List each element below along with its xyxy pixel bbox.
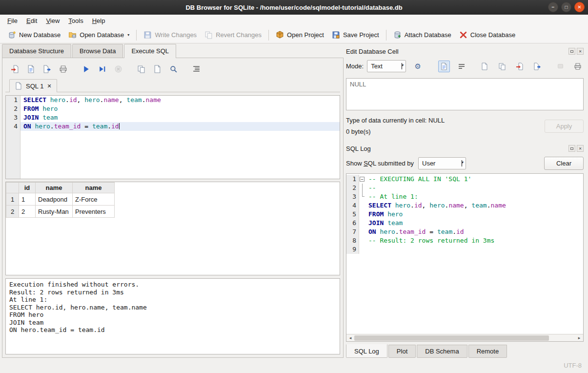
save-sql-file-as-button[interactable] [41, 62, 53, 75]
float-dock-icon[interactable] [568, 48, 575, 55]
new-database-button[interactable]: New Database [5, 29, 63, 41]
execute-current-line-button[interactable] [96, 62, 108, 75]
sql-log-view[interactable]: 1 − -- EXECUTING ALL IN 'SQL 1' 2 -- 3 -… [346, 173, 584, 342]
scroll-right-icon[interactable]: ▸ [575, 334, 583, 341]
word-wrap-button[interactable] [456, 61, 467, 72]
code-text[interactable]: JOIN team [20, 113, 340, 122]
execute-all-button[interactable] [80, 62, 92, 75]
code-text[interactable]: ON hero.team_id = team.id [20, 122, 340, 131]
encoding-indicator[interactable]: UTF-8 [564, 362, 582, 369]
main-tabbar: Database Structure Browse Data Execute S… [2, 43, 344, 58]
attach-database-button[interactable]: Attach Database [390, 29, 454, 41]
save-sql-file-icon [27, 65, 35, 73]
revert-changes-icon [204, 31, 213, 39]
maximize-button[interactable]: □ [561, 2, 571, 12]
attach-database-icon [393, 31, 402, 39]
open-sql-file-icon [11, 65, 19, 73]
tab-execute-sql[interactable]: Execute SQL [124, 44, 176, 58]
window-title: DB Browser for SQLite - /home/user/code/… [185, 4, 402, 11]
sql-1-tab[interactable]: SQL 1 ✕ [9, 79, 57, 92]
menu-tools[interactable]: Tools [64, 15, 87, 26]
open-sql-file-button[interactable] [8, 62, 21, 75]
horizontal-scrollbar[interactable]: ◂ ▸ [346, 334, 583, 341]
sql-log-dock-header[interactable]: SQL Log ✕ [346, 144, 584, 153]
fold-collapse-icon[interactable]: − [360, 177, 365, 182]
code-text[interactable]: SELECT hero.id, hero.name, team.name [20, 96, 340, 104]
edit-cell-dock-header[interactable]: Edit Database Cell ✕ [346, 46, 584, 56]
text-view-button[interactable] [438, 61, 450, 72]
titlebar[interactable]: DB Browser for SQLite - /home/user/code/… [0, 0, 588, 15]
toolbar-separator [136, 30, 137, 41]
execute-all-icon [82, 65, 90, 73]
gear-icon: ⚙ [414, 62, 421, 71]
code-text[interactable]: FROM hero [20, 104, 340, 113]
menu-file[interactable]: File [3, 15, 22, 26]
grid-corner[interactable] [6, 183, 19, 193]
close-dock-icon[interactable]: ✕ [577, 48, 584, 55]
export-results-icon [137, 65, 145, 73]
menu-edit[interactable]: Edit [22, 15, 41, 26]
tab-browse-data[interactable]: Browse Data [72, 44, 123, 58]
auto-mode-button[interactable]: ⚙ [412, 61, 424, 72]
save-sql-file-button[interactable] [24, 62, 37, 75]
find-replace-button[interactable] [167, 62, 180, 75]
cell-type-text: Type of data currently in cell: NULL [346, 117, 545, 124]
close-tab-icon[interactable]: ✕ [47, 83, 51, 89]
print-icon [574, 62, 582, 70]
log-line: 6 JOIN team [346, 219, 583, 228]
print-sql-button[interactable] [57, 62, 69, 75]
scrollbar-thumb[interactable] [354, 335, 549, 341]
cell[interactable]: Rusty-Man [36, 206, 73, 218]
toolbar-separator [268, 30, 269, 41]
cell[interactable]: Preventers [73, 206, 115, 218]
float-dock-icon[interactable] [568, 145, 575, 152]
cell[interactable]: 2 [19, 206, 36, 218]
dock-tab-remote[interactable]: Remote [468, 345, 507, 358]
column-header-name[interactable]: name [36, 183, 73, 193]
cell-editor[interactable]: NULL [346, 78, 584, 110]
dock-tab-plot[interactable]: Plot [388, 345, 416, 358]
open-database-dropdown-icon[interactable]: ▾ [127, 33, 129, 37]
mode-label: Mode: [346, 62, 364, 70]
close-button[interactable]: ✕ [574, 2, 585, 12]
cell[interactable]: Z-Force [73, 193, 115, 206]
log-line: 9 [346, 245, 583, 254]
open-file-button[interactable] [479, 61, 490, 72]
chevron-down-icon: ▾ [402, 63, 402, 69]
menu-bar: File Edit View Tools Help [0, 15, 588, 27]
close-dock-icon[interactable]: ✕ [577, 145, 584, 152]
open-project-button[interactable]: Open Project [273, 29, 327, 41]
scroll-left-icon[interactable]: ◂ [346, 334, 354, 341]
column-header-name[interactable]: name [73, 183, 115, 193]
save-project-button[interactable]: Save Project [329, 29, 382, 41]
status-bar: UTF-8 [0, 358, 588, 373]
export-results-button[interactable] [135, 62, 147, 75]
tab-database-structure[interactable]: Database Structure [2, 44, 71, 58]
column-header-id[interactable]: id [19, 183, 36, 193]
dock-tab-db-schema[interactable]: DB Schema [417, 345, 467, 358]
minimize-button[interactable]: − [548, 2, 558, 12]
clear-log-button[interactable]: Clear [544, 157, 584, 170]
row-header[interactable]: 1 [6, 193, 19, 206]
import-cell-button[interactable] [514, 61, 526, 72]
format-sql-button[interactable] [190, 62, 203, 75]
sql-editor[interactable]: 1 SELECT hero.id, hero.name, team.name 2… [5, 95, 340, 179]
mode-select[interactable]: Text ▾ [367, 60, 406, 72]
row-header[interactable]: 2 [6, 206, 19, 218]
results-grid[interactable]: id name name 1 1 Deadpond Z-Force 2 [5, 182, 340, 275]
close-database-button[interactable]: Close Database [456, 29, 519, 41]
log-line: 7 ON hero.team_id = team.id [346, 228, 583, 236]
cell[interactable]: Deadpond [36, 193, 73, 206]
export-cell-button[interactable] [531, 61, 543, 72]
filter-label: Show SQL submitted by [346, 160, 414, 167]
copy-cell-button[interactable] [496, 61, 508, 72]
cell[interactable]: 1 [19, 193, 36, 206]
save-results-button[interactable] [151, 62, 163, 75]
menu-help[interactable]: Help [88, 15, 110, 26]
open-database-button[interactable]: Open Database ▾ [65, 29, 132, 41]
menu-view[interactable]: View [41, 15, 64, 26]
dock-tab-sql-log[interactable]: SQL Log [346, 344, 387, 358]
submitted-by-select[interactable]: User ▾ [418, 157, 466, 169]
editor-empty-area[interactable] [6, 131, 340, 179]
print-cell-button[interactable] [572, 61, 584, 72]
